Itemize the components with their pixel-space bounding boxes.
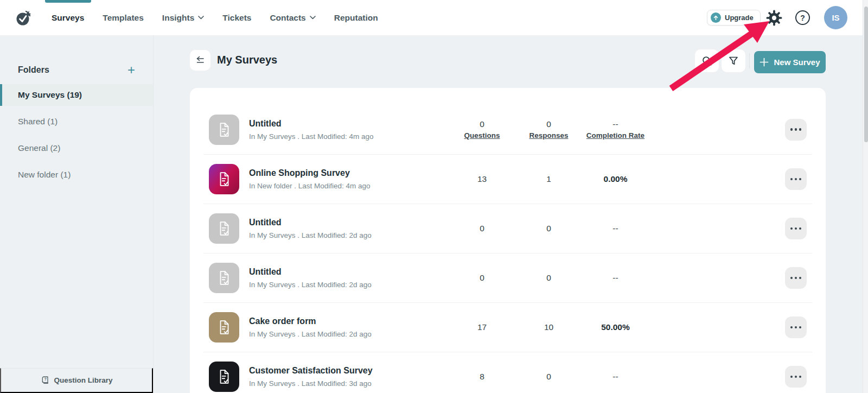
responses-value: 0 xyxy=(515,119,582,129)
folders-title: Folders xyxy=(18,65,49,75)
completion-value: 0.00% xyxy=(582,174,649,184)
survey-thumbnail xyxy=(209,115,239,145)
search-button[interactable] xyxy=(695,49,719,72)
row-menu-button[interactable] xyxy=(785,267,807,289)
header-divider xyxy=(749,53,750,68)
nav-label: Tickets xyxy=(222,13,251,23)
responses-value: 0 xyxy=(515,372,582,382)
questions-value: 8 xyxy=(449,372,515,382)
row-menu-button[interactable] xyxy=(785,218,807,239)
survey-row-customer-satisfaction[interactable]: Customer Satisfaction Survey In My Surve… xyxy=(203,352,812,393)
nav-label: Templates xyxy=(103,13,144,23)
row-menu-button[interactable] xyxy=(785,316,807,338)
nav-item-templates[interactable]: Templates xyxy=(103,13,144,23)
sidebar-item-label: General (2) xyxy=(18,143,60,153)
add-folder-button[interactable]: + xyxy=(127,64,135,77)
completion-value: -- xyxy=(582,119,649,129)
gear-icon xyxy=(765,9,783,27)
survey-title: Online Shopping Survey xyxy=(249,168,449,178)
question-library-button[interactable]: ? Question Library xyxy=(0,368,153,393)
upgrade-button[interactable]: Upgrade xyxy=(707,10,761,26)
sidebar-item-shared[interactable]: Shared (1) xyxy=(0,111,153,132)
survey-row-untitled-2[interactable]: Untitled In My Surveys . Last Modified: … xyxy=(203,204,812,253)
settings-gear-button[interactable] xyxy=(765,9,783,27)
survey-meta: In My Surveys . Last Modified: 4m ago xyxy=(249,132,449,141)
nav-item-surveys[interactable]: Surveys xyxy=(52,13,84,23)
survey-thumbnail xyxy=(209,362,239,392)
survey-row-online-shopping[interactable]: Online Shopping Survey In New folder . L… xyxy=(203,154,812,204)
page-scrollbar-thumb[interactable] xyxy=(864,7,868,142)
survey-title: Untitled xyxy=(249,267,449,277)
chevron-down-icon xyxy=(310,16,316,20)
surveys-list-card: Untitled In My Surveys . Last Modified: … xyxy=(190,88,826,393)
document-check-icon xyxy=(217,172,231,187)
completion-value: -- xyxy=(582,372,649,382)
filter-button[interactable] xyxy=(722,49,745,72)
collapse-sidebar-button[interactable] xyxy=(190,50,210,71)
user-avatar[interactable]: IS xyxy=(824,6,847,29)
document-check-icon xyxy=(217,320,231,335)
help-button[interactable]: ? xyxy=(795,10,810,25)
document-check-icon xyxy=(217,221,231,236)
collapse-panel-icon xyxy=(195,55,206,66)
search-icon xyxy=(701,55,713,67)
questions-value: 17 xyxy=(449,322,515,332)
question-library-label: Question Library xyxy=(54,376,112,384)
svg-text:?: ? xyxy=(44,377,47,382)
document-check-icon xyxy=(217,369,231,384)
nav-item-contacts[interactable]: Contacts xyxy=(270,13,315,23)
question-mark-icon: ? xyxy=(800,14,805,22)
survey-meta: In My Surveys . Last Modified: 3d ago xyxy=(249,379,449,388)
survey-meta: In My Surveys . Last Modified: 2d ago xyxy=(249,231,449,239)
page-scrollbar-track xyxy=(863,0,868,393)
survey-stats: 13 1 0.00% xyxy=(449,174,649,184)
survey-stats: 0 0 -- xyxy=(449,273,649,283)
survey-meta: In New folder . Last Modified: 4m ago xyxy=(249,182,449,190)
responses-value: 0 xyxy=(515,273,582,283)
top-navbar: Surveys Templates Insights Tickets Conta… xyxy=(0,0,868,35)
sparrow-logo-icon xyxy=(15,9,33,27)
survey-title: Customer Satisfaction Survey xyxy=(249,366,449,376)
completion-value: -- xyxy=(582,273,649,283)
survey-meta: In My Surveys . Last Modified: 2d ago xyxy=(249,330,449,338)
sidebar-item-my-surveys[interactable]: My Surveys (19) xyxy=(0,84,153,106)
sidebar-item-new-folder[interactable]: New folder (1) xyxy=(0,164,153,186)
responses-value: 1 xyxy=(515,174,582,184)
sidebar-item-label: My Surveys (19) xyxy=(18,90,82,100)
sidebar-item-label: New folder (1) xyxy=(18,170,71,180)
question-library-book-icon: ? xyxy=(40,376,50,385)
survey-thumbnail xyxy=(209,213,239,244)
sidebar-item-general[interactable]: General (2) xyxy=(0,137,153,159)
upgrade-arrow-icon xyxy=(711,12,721,23)
nav-item-reputation[interactable]: Reputation xyxy=(334,13,378,23)
nav-label: Surveys xyxy=(52,13,84,23)
nav-item-insights[interactable]: Insights xyxy=(162,13,204,23)
survey-meta: In My Surveys . Last Modified: 2d ago xyxy=(249,281,449,289)
nav-label: Contacts xyxy=(270,13,305,23)
brand-logo[interactable] xyxy=(15,9,33,27)
row-menu-button[interactable] xyxy=(785,366,807,388)
completion-rate-column-link[interactable]: Completion Rate xyxy=(586,131,644,140)
plus-icon xyxy=(760,58,769,67)
survey-row-cake-order-form[interactable]: Cake order form In My Surveys . Last Mod… xyxy=(203,302,812,352)
row-menu-button[interactable] xyxy=(785,168,807,190)
questions-value: 0 xyxy=(449,119,515,129)
survey-thumbnail xyxy=(209,263,239,293)
filter-funnel-icon xyxy=(727,55,739,67)
survey-stats: 17 10 50.00% xyxy=(449,322,649,332)
survey-row-untitled-1[interactable]: Untitled In My Surveys . Last Modified: … xyxy=(203,105,812,154)
upgrade-label: Upgrade xyxy=(725,14,754,22)
row-menu-button[interactable] xyxy=(785,119,807,141)
survey-row-untitled-3[interactable]: Untitled In My Surveys . Last Modified: … xyxy=(203,253,812,302)
new-survey-button[interactable]: New Survey xyxy=(754,51,826,73)
survey-title: Cake order form xyxy=(249,316,449,326)
nav-item-tickets[interactable]: Tickets xyxy=(222,13,251,23)
questions-column-link[interactable]: Questions xyxy=(464,131,500,140)
avatar-initials: IS xyxy=(832,13,839,22)
new-survey-label: New Survey xyxy=(774,58,820,67)
chevron-down-icon xyxy=(198,16,204,20)
app-root: Surveys Templates Insights Tickets Conta… xyxy=(0,0,868,393)
survey-stats: 0 0 -- xyxy=(449,224,649,233)
document-check-icon xyxy=(217,270,231,286)
responses-column-link[interactable]: Responses xyxy=(529,131,568,140)
